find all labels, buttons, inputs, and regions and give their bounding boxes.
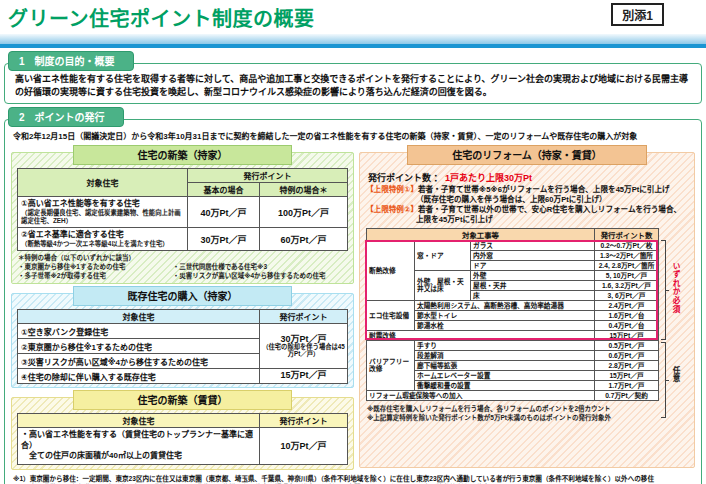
points-special: 100万Pt／戸 [260,197,348,228]
panel-reform-title: 住宅のリフォーム（持家・賃貸） [407,145,647,165]
required-bracket [661,240,666,340]
work-item: 段差解消 [415,350,595,360]
target: ④住宅の除却に伴い購入する既存住宅 [18,369,260,384]
target-sub: （認定長期優良住宅、認定低炭素建築物、性能向上計画認定住宅、ZEH） [21,209,184,225]
col-header-target: 対象住宅 [18,310,260,324]
note-item: ・東京圏から移住※1するための住宅 [18,263,173,272]
col-header-points: 発行ポイント [260,414,348,428]
section-purpose: 1 制度の目的・概要 高い省エネ性能を有する住宅を取得する者等に対して、商品や追… [0,51,706,104]
header-gradient-bar [0,34,706,44]
optional-label: 任意 [670,366,681,383]
section-point-issue: 2 ポイントの発行 令和2年12月15日（閣議決定日）から令和3年10月31日ま… [0,107,706,484]
panel-existing-title: 既存住宅の購入（持家） [73,286,291,306]
rental-table: 対象住宅 発行ポイント ・高い省エネ性能を有する（賃貸住宅のトップランナー基準に… [17,413,348,464]
existing-table: 対象住宅 発行ポイント ①空き家バンク登録住宅 30万Pt／戸 （住宅の除却を伴… [17,309,348,384]
reform-special1: 【上限特例①】若者・子育て世帯※5※6がリフォームを行う場合、上限を45万Ptに… [360,185,694,205]
table-row: ①高い省エネ性能等を有する住宅 （認定長期優良住宅、認定低炭素建築物、性能向上計… [18,197,348,228]
work-item: 衝撃緩和畳の設置 [415,380,595,390]
points: 10万Pt／戸 [260,428,348,464]
points-sub: （住宅の除却を伴う場合は45万Pt／戸） [260,344,347,358]
points-basic: 40万Pt／戸 [188,197,260,228]
points: 5, 10万Pt／戸 [595,270,659,280]
target-line2: 全ての住戸の床面積が40㎡以上の賃貸住宅 [21,451,256,461]
table-row: ・高い省エネ性能を有する（賃貸住宅のトップランナー基準に適合） 全ての住戸の床面… [18,428,348,464]
points: 3, 6万Pt／戸 [595,290,659,300]
work-sub: 窓・ドア [415,240,471,270]
table-row: ④住宅の除却に伴い購入する既存住宅 15万Pt／戸 [18,369,348,384]
work-item: 節湯水栓 [415,320,595,330]
col-header-work: 対象工事等 [367,228,595,240]
points: 15万Pt／戸 [595,370,659,380]
points: 2.8万Pt／戸 [595,360,659,370]
work-item: ガラス [471,240,595,250]
col-header-points: 発行ポイント [260,310,348,324]
note-title: ＊特例の場合（以下のいずれかに該当） [18,254,347,263]
points: 15万Pt／戸 [595,330,659,340]
right-column: 住宅のリフォーム（持家・賃貸） 発行ポイント数 ： 1戸あたり上限30万Pt 【… [359,143,695,469]
panel-new-owner: 住宅の新築（持家） 対象住宅 発行ポイント 基本の場合 特例の場合＊ [11,152,354,284]
work-item: 床 [471,290,595,300]
work-group: バリアフリー改修 [367,340,415,390]
points: 0.6万Pt／戸 [595,350,659,360]
points: 0.4万Pt／台 [595,320,659,330]
table-row: ②省エネ基準に適合する住宅 （断熱等級4かつ一次エネ等級4以上を満たす住宅） 3… [18,228,348,251]
target: ①空き家バンク登録住宅 [18,324,260,339]
points-basic: 30万Pt／戸 [188,228,260,251]
reform-special2: 【上限特例②】若者・子育て世帯以外の世帯で、安心R住宅を購入しリフォームを行う場… [360,205,694,225]
special1-text: 若者・子育て世帯※5※6がリフォームを行う場合、上限を45万Ptに引上げ [418,185,670,194]
reform-notes: ※既存住宅を購入しリフォームを行う場合、各リフォームのポイントを2倍カウント ※… [360,403,694,426]
required-label: いずれか必須 [670,262,681,314]
reform-table-wrap: 対象工事等 発行ポイント数 断熱改修 窓・ドア ガラス 0.2～0.7万Pt／枚… [366,228,658,401]
special2-label: 【上限特例②】 [366,205,418,214]
work-item: 外壁 [471,270,595,280]
work-group: 断熱改修 [367,240,415,300]
panel-new-rental: 住宅の新築（賃貸） 対象住宅 発行ポイント ・高い省エネ性能を有する（賃貸住宅の… [11,397,354,469]
points: 0.7万Pt／契約 [595,390,659,400]
panel-reform: 住宅のリフォーム（持家・賃貸） 発行ポイント数 ： 1戸あたり上限30万Pt 【… [359,152,695,468]
panel-existing-purchase: 既存住宅の購入（持家） 対象住宅 発行ポイント ①空き家バンク登録住宅 30万P… [11,293,354,388]
col-header-points: 発行ポイント [188,169,348,183]
col-header-target: 対象住宅 [18,169,188,197]
new-owner-table: 対象住宅 発行ポイント 基本の場合 特例の場合＊ ①高い省エネ性能等を有する住宅 [17,168,348,251]
work-group: エコ住宅設備 [367,300,415,330]
points: 2.4万Pt／戸 [595,300,659,310]
optional-bracket [661,342,666,418]
reform-note1: ※既存住宅を購入しリフォームを行う場合、各リフォームのポイントを2倍カウント [367,404,687,413]
work-item: ホームエレベーター設置 [415,370,595,380]
work-item: 屋根・天井 [471,280,595,290]
points: 1.6万Pt／台 [595,310,659,320]
note-item: ・災害リスクが高い区域※4から移住するための住宅 [173,272,326,281]
new-owner-note: ＊特例の場合（以下のいずれかに該当） ・東京圏から移住※1するための住宅 ・三世… [12,254,353,283]
special2-text: 若者・子育て世帯以外の世帯で、安心R住宅を購入しリフォームを行う場合、 [418,205,681,214]
table-row: ①空き家バンク登録住宅 30万Pt／戸 （住宅の除却を伴う場合は45万Pt／戸） [18,324,348,339]
points: 0.2～0.7万Pt／枚 [595,240,659,250]
work-item: ドア [471,260,595,270]
target: ②東京圏から移住※1するための住宅 [18,339,260,354]
work-item: リフォーム瑕疵保険等への加入 [367,390,595,400]
attachment-badge: 別添1 [611,3,664,26]
points-cap-label: 発行ポイント数 ： [368,173,443,183]
target: ③災害リスクが高い区域※4から移住するための住宅 [18,354,260,369]
work-item: 耐震改修 [367,330,595,340]
target-sub: （断熱等級4かつ一次エネ等級4以上を満たす住宅） [21,240,184,248]
reform-points-cap: 発行ポイント数 ： 1戸あたり上限30万Pt [360,168,694,185]
target-main: ①高い省エネ性能等を有する住宅 [21,199,184,209]
col-header-target: 対象住宅 [18,414,260,428]
document-page: グリーン住宅ポイント制度の概要 別添1 1 制度の目的・概要 高い省エネ性能を有… [0,0,706,484]
work-item: 内外窓 [471,250,595,260]
points: 0.5万Pt／戸 [595,340,659,350]
col-header-special: 特例の場合＊ [260,183,348,197]
points: 1.3～2万Pt／箇所 [595,250,659,260]
document-header: グリーン住宅ポイント制度の概要 別添1 [0,0,706,32]
work-item: 廊下幅等拡張 [415,360,595,370]
section1-heading: 1 制度の目的・概要 [8,51,134,71]
points-cap-value: 1戸あたり上限30万Pt [445,173,532,183]
points: 1.7万Pt／戸 [595,380,659,390]
reform-note2: ※上記算定特例を除いた発行ポイント数が5万Pt未満のものはポイントの発行対象外 [367,413,687,422]
panel-rental-title: 住宅の新築（賃貸） [73,390,291,410]
col-header-points: 発行ポイント数 [595,228,659,240]
points: 2.4, 2.8万Pt／箇所 [595,260,659,270]
panel-new-owner-title: 住宅の新築（持家） [73,145,291,165]
points-special: 60万Pt／戸 [260,228,348,251]
work-sub: 外壁、屋根・天井又は床 [415,270,471,300]
